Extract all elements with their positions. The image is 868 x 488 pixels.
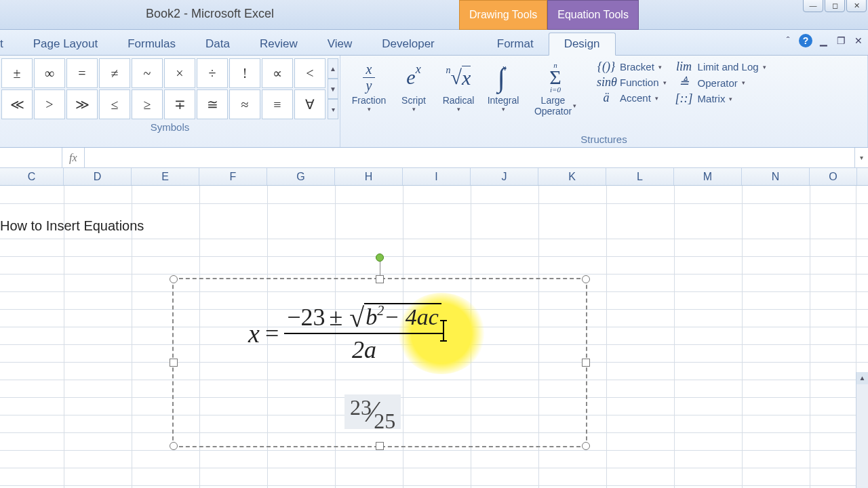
structure-accent[interactable]: äAccent▾ <box>597 91 667 105</box>
col-header-c[interactable]: C <box>0 168 64 185</box>
name-box[interactable] <box>0 148 62 167</box>
function-icon: sinθ <box>597 75 616 89</box>
eq-sqrt: √ b2 − 4ac <box>349 303 441 331</box>
resize-handle-s[interactable] <box>376 442 384 450</box>
col-header-e[interactable]: E <box>132 168 199 185</box>
symbol-leq[interactable]: ≤ <box>99 89 130 119</box>
structure-integral[interactable]: ∫x Integral ▾ <box>481 58 525 131</box>
minimize-ribbon-icon[interactable]: ˆ <box>781 34 795 47</box>
symbols-gallery[interactable]: ± ∞ = ≠ ~ × ÷ ! ∝ < ≪ > ≫ ≤ ≥ ∓ ≅ ≈ ≡ ∀ <box>0 56 327 119</box>
symbol-factorial[interactable]: ! <box>229 58 260 88</box>
symbol-approx[interactable]: ≈ <box>229 89 260 119</box>
resize-handle-e[interactable] <box>582 359 590 367</box>
minimize-button[interactable]: — <box>803 0 823 12</box>
scroll-up-icon[interactable]: ▲ <box>856 372 868 384</box>
structure-bracket[interactable]: {()}Bracket▾ <box>597 60 667 74</box>
scroll-down-icon[interactable]: ▼ <box>328 79 338 99</box>
structure-fraction[interactable]: xy Fraction ▾ <box>347 58 391 131</box>
group-label-structures: Structures <box>340 131 867 146</box>
structure-radical[interactable]: n√x Radical ▾ <box>437 58 480 131</box>
quadratic-equation[interactable]: x = −23 ± √ b2 − 4ac 2a <box>248 303 444 364</box>
col-header-n[interactable]: N <box>742 168 810 185</box>
group-symbols: ± ∞ = ≠ ~ × ÷ ! ∝ < ≪ > ≫ ≤ ≥ ∓ ≅ ≈ ≡ ∀ <box>0 56 340 147</box>
gallery-expand-icon[interactable]: ▾ <box>328 99 338 119</box>
formula-bar-expand-icon[interactable]: ▾ <box>854 148 868 167</box>
structure-operator[interactable]: ≜Operator▾ <box>675 75 766 90</box>
resize-handle-sw[interactable] <box>170 442 178 450</box>
structure-limit-log[interactable]: limLimit and Log▾ <box>675 60 766 74</box>
structure-large-operator[interactable]: nΣi=0 Large Operator▾ <box>526 58 585 131</box>
ribbon-tab-format[interactable]: Format <box>482 33 549 55</box>
resize-handle-se[interactable] <box>582 442 590 450</box>
symbol-less-than[interactable]: < <box>294 58 326 88</box>
col-header-m[interactable]: M <box>674 168 742 185</box>
window-close-icon[interactable]: ✕ <box>852 34 865 47</box>
radical-icon: n√x <box>446 60 471 95</box>
symbol-identical[interactable]: ≡ <box>262 89 293 119</box>
resize-handle-ne[interactable] <box>582 275 590 283</box>
col-header-d[interactable]: D <box>64 168 132 185</box>
eq-denominator: 2a <box>352 334 376 364</box>
symbol-greater-than[interactable]: > <box>34 89 65 119</box>
col-header-h[interactable]: H <box>335 168 403 185</box>
maximize-button[interactable]: ◻ <box>825 0 845 12</box>
col-header-f[interactable]: F <box>199 168 267 185</box>
resize-handle-nw[interactable] <box>170 275 178 283</box>
rotation-handle[interactable] <box>376 253 384 262</box>
ribbon-tab-data[interactable]: Data <box>191 33 245 55</box>
ribbon-tab-formulas[interactable]: Formulas <box>113 33 191 55</box>
column-headers: C D E F G H I J K L M N O <box>0 168 868 186</box>
symbol-divide[interactable]: ÷ <box>197 58 228 88</box>
window-minimize-icon[interactable]: ▁ <box>816 34 830 47</box>
fx-icon[interactable]: fx <box>62 148 85 167</box>
symbol-infinity[interactable]: ∞ <box>34 58 65 88</box>
ribbon-tab-review[interactable]: Review <box>245 33 313 55</box>
structure-script[interactable]: ex Script ▾ <box>392 58 435 131</box>
symbol-minus-plus[interactable]: ∓ <box>164 89 195 119</box>
symbols-scroll[interactable]: ▲ ▼ ▾ <box>328 58 338 119</box>
window-restore-icon[interactable]: ❐ <box>834 34 848 47</box>
skewed-fraction[interactable]: 23⁄25 <box>344 394 401 429</box>
structure-matrix[interactable]: [::]Matrix▾ <box>675 92 766 106</box>
symbol-much-less[interactable]: ≪ <box>1 89 33 119</box>
context-tab-drawing[interactable]: Drawing Tools <box>459 0 547 30</box>
symbol-much-greater[interactable]: ≫ <box>66 89 98 119</box>
equation-textbox[interactable]: x = −23 ± √ b2 − 4ac 2a 23⁄25 <box>172 278 587 447</box>
symbol-equals[interactable]: = <box>66 58 98 88</box>
symbol-not-equal[interactable]: ≠ <box>99 58 130 88</box>
ribbon-tab-design[interactable]: Design <box>549 33 616 56</box>
close-button[interactable]: ✕ <box>846 0 867 12</box>
ribbon-tab-page-layout[interactable]: Page Layout <box>18 33 113 55</box>
col-header-l[interactable]: L <box>606 168 674 185</box>
col-header-i[interactable]: I <box>403 168 471 185</box>
vertical-scrollbar[interactable]: ▲ <box>856 372 868 488</box>
bracket-icon: {()} <box>597 60 616 74</box>
structure-function[interactable]: sinθFunction▾ <box>597 75 667 89</box>
formula-input[interactable] <box>85 148 854 167</box>
window-controls: — ◻ ✕ <box>803 0 867 12</box>
ribbon-tab-view[interactable]: View <box>313 33 368 55</box>
ribbon-tab-developer[interactable]: Developer <box>367 33 450 55</box>
chevron-down-icon: ▾ <box>457 106 460 113</box>
eq-equals: = <box>265 319 279 348</box>
scroll-up-icon[interactable]: ▲ <box>328 58 338 79</box>
worksheet-grid[interactable]: How to Insert Equations x = −23 ± √ <box>0 186 868 488</box>
col-header-j[interactable]: J <box>471 168 538 185</box>
context-tab-equation[interactable]: Equation Tools <box>547 0 639 30</box>
resize-handle-n[interactable] <box>376 275 384 283</box>
symbol-forall[interactable]: ∀ <box>294 89 326 119</box>
help-icon[interactable]: ? <box>799 34 812 47</box>
symbol-times[interactable]: × <box>164 58 195 88</box>
symbol-plus-minus[interactable]: ± <box>1 58 33 88</box>
resize-handle-w[interactable] <box>170 359 178 367</box>
symbol-congruent[interactable]: ≅ <box>197 89 228 119</box>
col-header-k[interactable]: K <box>538 168 606 185</box>
cell-title[interactable]: How to Insert Equations <box>0 218 144 234</box>
col-header-g[interactable]: G <box>267 168 335 185</box>
symbol-proportional[interactable]: ∝ <box>262 58 293 88</box>
ribbon-tab-truncated[interactable]: t <box>0 33 18 55</box>
symbol-geq[interactable]: ≥ <box>132 89 163 119</box>
fraction-icon: xy <box>363 60 375 95</box>
col-header-o[interactable]: O <box>810 168 857 185</box>
symbol-tilde[interactable]: ~ <box>132 58 163 88</box>
